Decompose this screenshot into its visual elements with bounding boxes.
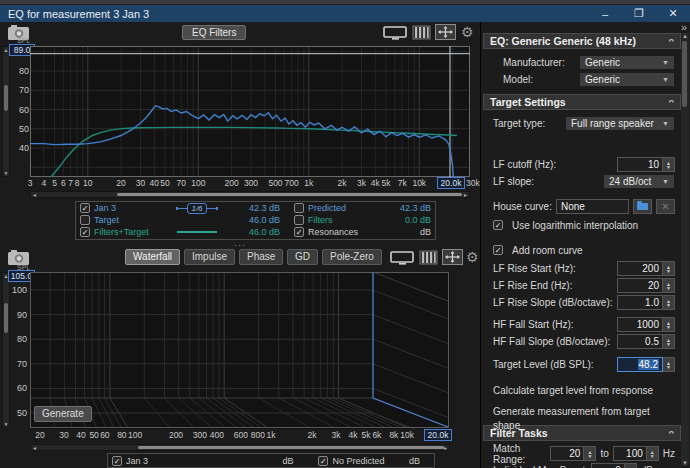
top-chart-y-unit: SPL bbox=[17, 37, 30, 44]
lf-rise-start-stepper[interactable]: 200▲▼ bbox=[617, 261, 675, 276]
top-chart-plot[interactable] bbox=[30, 46, 470, 177]
lf-cutoff-stepper[interactable]: 10▲▼ bbox=[617, 157, 675, 172]
scrollbar-thumb[interactable] bbox=[4, 303, 8, 333]
legend-row: ✓ Jan 3 1/6 42.3 dB Predicted 42.3 dB bbox=[76, 202, 435, 214]
trace-label[interactable]: Resonances bbox=[308, 227, 386, 237]
match-range-to-stepper[interactable]: 100▲▼ bbox=[613, 446, 659, 461]
calculate-target-level-button[interactable]: Calculate target level from response bbox=[483, 384, 681, 398]
trace-label[interactable]: Jan 3 bbox=[94, 203, 166, 213]
house-curve-field[interactable]: None bbox=[556, 199, 629, 214]
hf-fall-start-stepper[interactable]: 1000▲▼ bbox=[617, 317, 675, 332]
browse-house-curve-button[interactable] bbox=[633, 199, 652, 214]
tab-gd[interactable]: GD bbox=[287, 249, 318, 265]
collapse-icon[interactable]: ᴖ bbox=[669, 97, 675, 107]
section-header-eq[interactable]: EQ: Generic Generic (48 kHz) ᴖ bbox=[483, 33, 681, 49]
scroll-right-arrow[interactable]: ► bbox=[443, 445, 448, 451]
minimize-button[interactable]: – bbox=[588, 8, 622, 20]
fit-to-window-icon[interactable] bbox=[442, 249, 463, 265]
trace-level: dB bbox=[386, 227, 431, 237]
chart-settings-gear-icon[interactable]: ⚙ bbox=[466, 250, 479, 264]
scroll-down-arrow[interactable]: ▼ bbox=[3, 170, 9, 176]
hf-fall-slope-stepper[interactable]: 0.5▲▼ bbox=[617, 334, 675, 349]
scrollbar-thumb[interactable] bbox=[4, 85, 8, 111]
spectrogram-view-icon[interactable] bbox=[419, 250, 438, 269]
target-level-row: Target Level (dB SPL): 48.2▲▼ bbox=[483, 357, 681, 372]
collapse-icon[interactable]: ᴖ bbox=[669, 36, 675, 46]
bottom-chart-horizontal-scrollbar[interactable]: ◄ ► bbox=[30, 444, 450, 451]
jan3-checkbox[interactable]: ✓ bbox=[80, 203, 90, 213]
maximize-button[interactable]: ❐ bbox=[622, 7, 656, 20]
jan3-checkbox[interactable]: ✓ bbox=[112, 456, 122, 466]
scrollbar-thumb[interactable] bbox=[682, 41, 687, 107]
filters-target-checkbox[interactable]: ✓ bbox=[80, 227, 90, 237]
trace-label[interactable]: Filters bbox=[308, 215, 386, 225]
eq-filters-button[interactable]: EQ Filters bbox=[182, 25, 246, 40]
panel-expand-icon[interactable]: » bbox=[681, 21, 687, 33]
top-chart-horizontal-scrollbar[interactable]: ◄ ► bbox=[30, 191, 470, 198]
lf-rise-end-stepper[interactable]: 20▲▼ bbox=[617, 278, 675, 293]
lf-rise-slope-row: LF Rise Slope (dB/octave): 1.0▲▼ bbox=[483, 295, 681, 310]
field-label: LF Rise Start (Hz): bbox=[493, 263, 617, 274]
scroll-down-arrow[interactable]: ▼ bbox=[3, 421, 9, 427]
trace-label[interactable]: Filters+Target bbox=[94, 227, 166, 237]
smoothing-control[interactable]: 1/6 bbox=[166, 203, 228, 214]
scroll-right-arrow[interactable]: ► bbox=[463, 192, 468, 198]
x-tick-label: 7 bbox=[68, 178, 73, 188]
field-label: House curve: bbox=[493, 201, 552, 212]
tab-phase[interactable]: Phase bbox=[239, 249, 283, 265]
y-tick-label: 80 bbox=[11, 66, 29, 76]
x-tick-label: 6 bbox=[61, 178, 66, 188]
trace-label[interactable]: Target bbox=[94, 215, 166, 225]
collapse-icon[interactable]: ᴖ bbox=[669, 428, 675, 438]
tab-waterfall[interactable]: Waterfall bbox=[125, 249, 180, 265]
target-checkbox[interactable] bbox=[80, 215, 90, 225]
predicted-checkbox[interactable] bbox=[294, 203, 304, 213]
window-titlebar[interactable]: EQ for measurement 3 Jan 3 – ❐ ✕ bbox=[0, 5, 690, 22]
generate-waterfall-button[interactable]: Generate bbox=[34, 406, 92, 422]
lf-rise-slope-stepper[interactable]: 1.0▲▼ bbox=[617, 295, 675, 310]
target-type-dropdown[interactable]: Full range speaker▼ bbox=[565, 116, 675, 131]
spectrogram-view-icon[interactable] bbox=[412, 25, 431, 44]
frequency-response-view-icon[interactable] bbox=[383, 26, 409, 44]
filters-checkbox[interactable] bbox=[294, 215, 304, 225]
trace-label[interactable]: Jan 3 bbox=[126, 456, 203, 466]
bottom-chart-vertical-scrollbar[interactable]: ▲ ▼ bbox=[2, 272, 10, 428]
add-room-curve-checkbox[interactable]: ✓ bbox=[493, 245, 503, 255]
tab-pole-zero[interactable]: Pole-Zero bbox=[322, 249, 382, 265]
trace-label[interactable]: No Predicted bbox=[332, 456, 409, 466]
scroll-down-arrow[interactable]: ▼ bbox=[681, 460, 689, 466]
x-tick-label: 3k bbox=[357, 178, 366, 188]
model-dropdown[interactable]: Generic▼ bbox=[579, 72, 675, 87]
scrollbar-thumb[interactable] bbox=[138, 446, 444, 449]
fit-to-window-icon[interactable] bbox=[435, 24, 456, 40]
no-predicted-checkbox[interactable]: ✓ bbox=[318, 456, 328, 466]
scroll-left-arrow[interactable]: ◄ bbox=[32, 445, 37, 451]
scroll-up-arrow[interactable]: ▲ bbox=[681, 33, 689, 39]
close-button[interactable]: ✕ bbox=[656, 7, 690, 20]
match-range-from-stepper[interactable]: 20▲▼ bbox=[550, 446, 596, 461]
manufacturer-dropdown[interactable]: Generic▼ bbox=[579, 55, 675, 70]
field-label: LF Rise Slope (dB/octave): bbox=[493, 297, 617, 308]
add-room-curve-row: ✓ Add room curve bbox=[483, 243, 681, 257]
rew-eq-window: { "window": { "title": "EQ for measureme… bbox=[0, 0, 690, 468]
lf-slope-dropdown[interactable]: 24 dB/oct▼ bbox=[603, 174, 675, 189]
house-curve-row: House curve: None ✕ bbox=[483, 199, 681, 214]
chart-settings-gear-icon[interactable]: ⚙ bbox=[461, 25, 474, 39]
bottom-chart-plot[interactable] bbox=[30, 272, 450, 429]
resonances-checkbox[interactable]: ✓ bbox=[294, 227, 304, 237]
generate-from-target-button[interactable]: Generate measurement from target shape bbox=[483, 405, 681, 419]
scroll-left-arrow[interactable]: ◄ bbox=[32, 192, 37, 198]
capture-chart-image-icon[interactable] bbox=[8, 250, 29, 265]
max-boost-stepper[interactable]: 0▲▼ bbox=[591, 463, 637, 468]
log-interpolation-checkbox[interactable]: ✓ bbox=[493, 220, 503, 230]
clear-house-curve-button[interactable]: ✕ bbox=[656, 199, 675, 214]
target-level-stepper[interactable]: 48.2▲▼ bbox=[617, 357, 675, 372]
tab-impulse[interactable]: Impulse bbox=[184, 249, 235, 265]
top-chart-vertical-scrollbar[interactable]: ▲ ▼ bbox=[2, 46, 10, 177]
trace-label[interactable]: Predicted bbox=[308, 203, 386, 213]
scrollbar-thumb[interactable] bbox=[117, 193, 462, 196]
section-header-target-settings[interactable]: Target Settings ᴖ bbox=[483, 94, 681, 110]
panel-scrollbar[interactable]: ▲ ▼ bbox=[681, 33, 689, 466]
frequency-response-view-icon[interactable] bbox=[390, 251, 416, 269]
section-header-filter-tasks[interactable]: Filter Tasks ᴖ bbox=[483, 425, 681, 441]
